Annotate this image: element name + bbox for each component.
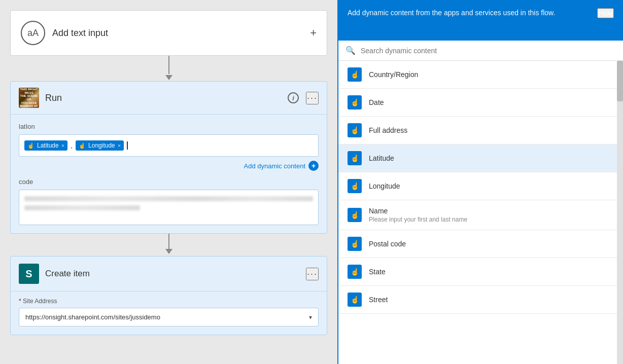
code-field[interactable] (19, 190, 319, 225)
dynamic-item-longitude[interactable]: ☝ Longitude (338, 172, 623, 200)
run-card-body: latIon ☝ Latitude × , ☝ Longitude × Add … (11, 115, 327, 233)
dynamic-item-name-name: Name (369, 207, 614, 215)
dynamic-item-name-full-address: Full address (369, 126, 614, 134)
search-bar: 🔍 (338, 41, 623, 61)
dynamic-item-name-postal-code: Postal code (369, 240, 614, 248)
add-dynamic-plus-icon: + (308, 161, 319, 171)
dynamic-item-icon-latitude: ☝ (348, 151, 362, 165)
dynamic-item-postal-code[interactable]: ☝ Postal code (338, 230, 623, 258)
dynamic-item-content-full-address: Full address (369, 126, 614, 134)
dynamic-item-content-country: Country/Region (369, 70, 614, 79)
run-card-actions: i ··· (288, 92, 319, 104)
create-item-body: * Site Address https://onsight.sharepoin… (11, 291, 327, 335)
hand-icon-longitude: ☝ (351, 182, 359, 190)
dynamic-items-container: ☝ Country/Region ☝ Date ☝ Full address ☝… (338, 61, 623, 314)
dynamic-item-icon-street: ☝ (348, 293, 362, 307)
longitude-tag: ☝ Longitude × (76, 140, 124, 151)
dynamic-item-desc-name: Please input your first and last name (369, 216, 614, 223)
add-text-input-card: aA Add text input + (10, 10, 327, 56)
dynamic-item-content-latitude: Latitude (369, 154, 614, 162)
scroll-thumb[interactable] (617, 61, 623, 101)
site-address-dropdown[interactable]: https://onsight.sharepoint.com/sites/jus… (19, 308, 319, 326)
dynamic-item-content-postal-code: Postal code (369, 240, 614, 248)
code-blur-line-2 (24, 205, 140, 210)
hand-icon-street: ☝ (351, 296, 359, 304)
dynamic-item-name-street: Street (369, 296, 614, 304)
dynamic-item-content-street: Street (369, 296, 614, 304)
dynamic-item-content-name: Name Please input your first and last na… (369, 207, 614, 223)
hide-button[interactable]: Hide (597, 8, 614, 18)
dynamic-item-full-address[interactable]: ☝ Full address (338, 117, 623, 144)
right-panel: Add dynamic content from the apps and se… (337, 0, 623, 364)
latitude-tag-label: Latitude (37, 142, 59, 149)
site-address-value: https://onsight.sharepoint.com/sites/jus… (25, 313, 160, 321)
dynamic-item-icon-date: ☝ (348, 95, 362, 110)
add-dynamic-label: Add dynamic content (244, 162, 305, 170)
arrow-connector-1 (0, 56, 337, 81)
dynamic-item-state[interactable]: ☝ State (338, 258, 623, 286)
lation-field[interactable]: ☝ Latitude × , ☝ Longitude × (19, 134, 319, 157)
latitude-tag-icon: ☝ (27, 142, 34, 149)
longitude-tag-icon: ☝ (79, 142, 86, 149)
run-card-label: Run (45, 93, 62, 103)
code-blur-line-1 (24, 196, 313, 201)
dynamic-item-date[interactable]: ☝ Date (338, 89, 623, 117)
hand-icon-latitude: ☝ (351, 154, 359, 162)
info-button[interactable]: i (288, 92, 299, 103)
sharepoint-icon: S (19, 264, 39, 284)
add-plus-button[interactable]: + (310, 26, 317, 40)
info-icon-text: i (292, 94, 294, 102)
code-label: code (19, 178, 319, 186)
longitude-tag-close[interactable]: × (118, 142, 121, 149)
lation-label: latIon (19, 123, 319, 130)
latitude-tag-close[interactable]: × (61, 142, 64, 149)
hand-icon-postal-code: ☝ (351, 240, 359, 248)
run-dots-button[interactable]: ··· (306, 92, 319, 104)
arrow-down-1 (165, 75, 172, 80)
dynamic-content-list: ☝ Country/Region ☝ Date ☝ Full address ☝… (338, 61, 623, 364)
scroll-indicator (617, 61, 623, 364)
dynamic-header-text: Add dynamic content from the apps and se… (348, 8, 589, 18)
hand-icon-name: ☝ (351, 211, 359, 219)
latitude-tag: ☝ Latitude × (24, 140, 67, 151)
arrow-connector-2 (0, 234, 337, 256)
longitude-tag-label: Longitude (88, 142, 115, 149)
chevron-down-icon: ▾ (309, 314, 312, 321)
create-item-dots-button[interactable]: ··· (306, 268, 319, 280)
dynamic-item-name-longitude: Longitude (369, 182, 614, 190)
left-panel: aA Add text input + THIS MIGHT MESSTHE S… (0, 0, 337, 364)
dynamic-item-content-state: State (369, 268, 614, 276)
comma-separator: , (71, 141, 73, 150)
run-card-header: THIS MIGHT MESSTHE SCENE UPYOU HAVE MOND… (11, 82, 327, 115)
create-item-label: Create item (45, 269, 90, 279)
create-item-header: S Create item ··· (11, 257, 327, 291)
create-item-header-left: S Create item (19, 264, 90, 284)
site-address-label: * Site Address (19, 298, 319, 305)
hand-icon-country: ☝ (351, 70, 359, 79)
dynamic-item-street[interactable]: ☝ Street (338, 286, 623, 314)
dynamic-item-latitude[interactable]: ☝ Latitude (338, 144, 623, 172)
add-dynamic-content-link[interactable]: Add dynamic content + (19, 161, 319, 171)
text-cursor (127, 141, 128, 150)
avatar-circle: aA (21, 21, 45, 45)
required-star: * (19, 298, 23, 305)
hand-icon-date: ☝ (351, 98, 359, 106)
dynamic-item-name-latitude: Latitude (369, 154, 614, 162)
search-input[interactable] (361, 47, 616, 55)
dynamic-item-icon-full-address: ☝ (348, 123, 362, 137)
dynamic-item-name-country: Country/Region (369, 70, 614, 79)
arrow-down-2 (165, 249, 172, 254)
dynamic-item-name-date: Date (369, 98, 614, 106)
search-icon: 🔍 (345, 46, 356, 55)
dynamic-item-content-date: Date (369, 98, 614, 106)
run-card-image: THIS MIGHT MESSTHE SCENE UPYOU HAVE MOND… (19, 88, 39, 108)
dynamic-item-icon-name: ☝ (348, 208, 362, 222)
run-card-header-left: THIS MIGHT MESSTHE SCENE UPYOU HAVE MOND… (19, 88, 62, 108)
run-card: THIS MIGHT MESSTHE SCENE UPYOU HAVE MOND… (10, 81, 327, 234)
dynamic-content-header: Add dynamic content from the apps and se… (338, 0, 623, 41)
dynamic-item-country[interactable]: ☝ Country/Region (338, 61, 623, 89)
card-left: aA Add text input (21, 21, 108, 45)
dynamic-item-name[interactable]: ☝ Name Please input your first and last … (338, 200, 623, 230)
dynamic-item-name-state: State (369, 268, 614, 276)
hand-icon-state: ☝ (351, 268, 359, 276)
